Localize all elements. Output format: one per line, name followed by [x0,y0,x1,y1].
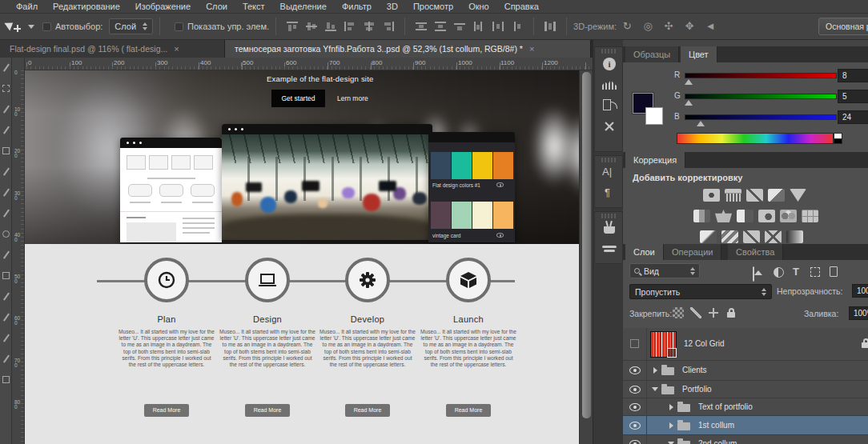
distribute-bottom-edges-icon[interactable] [453,21,466,32]
color-lookup-icon[interactable] [802,210,818,222]
quick-selection-tool[interactable] [2,126,10,134]
color-balance-icon[interactable] [715,210,732,222]
vibrance-icon[interactable] [790,189,806,202]
menu-layers[interactable]: Слои [206,2,227,11]
exposure-icon[interactable] [768,189,785,202]
pen-tool[interactable] [2,355,10,362]
filter-kind-smart-object-icon[interactable] [830,266,838,277]
layer-row-1st-collum-selected[interactable]: 1st collum [623,416,868,435]
fill-field[interactable]: 100% [849,306,868,320]
crop-tool[interactable] [2,147,10,154]
lock-all-icon[interactable] [725,307,737,318]
tab-swatches[interactable]: Образцы [625,46,679,62]
visibility-checkbox-empty[interactable] [630,339,639,348]
tab-actions[interactable]: Операции [664,244,721,260]
menu-select[interactable]: Выделение [280,2,327,11]
align-right-edges-icon[interactable] [382,21,395,32]
align-horizontal-centers-icon[interactable] [363,21,376,32]
invert-icon[interactable] [700,230,717,243]
gradient-tool[interactable] [2,293,10,300]
red-slider[interactable] [685,73,837,78]
blend-mode-dropdown[interactable]: Пропустить [629,284,772,299]
red-slider-thumb[interactable] [685,79,693,85]
workspace-button[interactable]: Основная ра [818,18,868,35]
distribute-top-edges-icon[interactable] [415,21,428,32]
autoselect-scope-dropdown[interactable]: Слой [109,18,153,34]
layer-row-text-of-portfolio[interactable]: Text of portfolio [623,398,868,416]
opacity-field[interactable]: 100% [852,284,868,298]
visibility-column[interactable] [623,381,647,398]
distribute-horizontal-centers-icon[interactable] [492,21,504,32]
menu-image[interactable]: Изображение [135,2,191,11]
black-white-icon[interactable] [737,210,753,222]
visibility-column[interactable] [623,361,647,380]
3d-orbit-icon[interactable]: ↻ [620,20,634,33]
tool-preset-caret-icon[interactable] [28,25,34,29]
selective-color-icon[interactable] [765,230,782,243]
eyedropper-tool[interactable] [2,168,10,175]
type-tool[interactable] [2,376,10,383]
eye-icon[interactable] [629,386,641,394]
visibility-column[interactable] [623,398,647,415]
lock-position-icon[interactable] [708,307,719,318]
blue-slider-thumb[interactable] [697,121,705,126]
filter-kind-adjustment-icon[interactable] [774,267,784,278]
tab-layers[interactable]: Слои [625,244,664,260]
brush-panel-icon[interactable] [595,239,624,260]
filter-kind-image-icon[interactable] [753,266,754,282]
doc-tab-dark-gray-blank[interactable]: темносерая заготовка Yfnfib.Работа 3..ps… [225,40,591,58]
eye-icon[interactable] [629,403,641,411]
background-color-swatch[interactable] [645,107,663,125]
canvas[interactable]: Example of the flat-design site Get star… [25,70,579,444]
menu-file[interactable]: Файл [16,2,38,11]
scrollbar-thumb[interactable] [582,72,591,418]
lock-transparency-icon[interactable] [673,307,684,318]
visibility-column[interactable] [623,328,647,360]
actions-panel-icon[interactable] [595,95,624,116]
brush-presets-panel-icon[interactable] [595,218,624,239]
tool-presets-panel-icon[interactable] [595,116,624,137]
menu-view[interactable]: Просмотр [413,2,453,11]
tab-adjustments[interactable]: Коррекция [625,152,685,168]
photo-filter-icon[interactable] [758,210,775,222]
close-tab-icon[interactable]: × [529,44,534,54]
close-tab-icon[interactable]: × [174,44,179,54]
clone-stamp-tool[interactable] [2,230,10,238]
move-tool[interactable] [2,64,10,71]
tab-color[interactable]: Цвет [681,46,717,62]
layer-row-clients[interactable]: Clients [623,361,868,381]
red-value-field[interactable]: 8 [838,69,868,82]
channel-mixer-icon[interactable] [780,210,797,222]
menu-edit[interactable]: Редактирование [53,2,120,11]
curves-icon[interactable] [746,189,763,202]
layer-row-portfolio[interactable]: Portfolio [623,381,868,398]
filter-kind-text-icon[interactable] [793,264,799,278]
eraser-tool[interactable] [2,272,10,279]
show-transform-controls-checkbox[interactable] [175,22,183,31]
filter-kind-shape-icon[interactable] [810,267,820,277]
distribute-vertical-centers-icon[interactable] [434,21,447,32]
align-vertical-centers-icon[interactable] [305,21,318,32]
layer-filter-dropdown[interactable]: Вид [629,263,700,278]
gradient-map-icon[interactable] [786,230,803,243]
menu-type[interactable]: Текст [243,2,265,11]
eye-icon[interactable] [629,422,641,430]
tab-properties[interactable]: Свойства [728,244,783,260]
align-bottom-edges-icon[interactable] [324,21,337,32]
threshold-icon[interactable] [743,230,760,243]
autoselect-checkbox[interactable] [42,22,51,31]
green-slider-thumb[interactable] [685,100,693,106]
eye-icon[interactable] [629,366,641,374]
menu-help[interactable]: Справка [504,2,539,11]
brightness-contrast-icon[interactable] [703,189,720,202]
3d-pan-icon[interactable]: ✣ [661,20,676,33]
distribute-left-edges-icon[interactable] [472,21,485,32]
distribute-right-edges-icon[interactable] [511,21,524,32]
canvas-vertical-scrollbar[interactable] [579,70,593,444]
lock-pixels-icon[interactable] [690,307,701,318]
align-top-edges-icon[interactable] [286,21,299,32]
levels-icon[interactable] [725,189,741,202]
expand-arrow-icon[interactable] [653,367,657,374]
layer-thumbnail-red-grid[interactable] [650,331,677,358]
lasso-tool[interactable] [2,106,10,113]
